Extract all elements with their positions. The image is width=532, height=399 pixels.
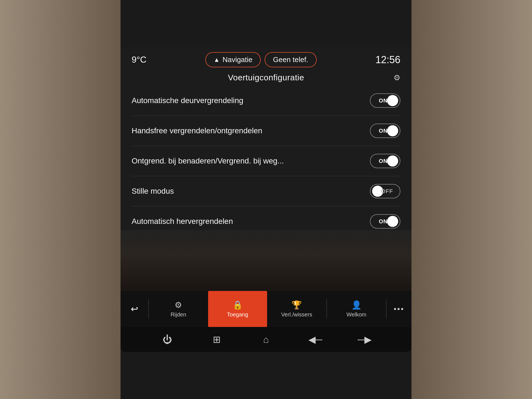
setting-auto-relock: Automatisch hervergrendelen ON xyxy=(132,206,400,230)
toggle-handsfree-knob xyxy=(387,125,398,136)
page-title: Voertuigconfiguratie xyxy=(228,73,304,82)
power-button[interactable]: ⏻ xyxy=(158,330,177,349)
toggle-handsfree-state: ON xyxy=(379,128,388,134)
system-bar: ⏻ ⊞ ⌂ ◀─ ─▶ xyxy=(121,327,411,352)
setting-handsfree-label: Handsfree vergrendelen/ontgrendelen xyxy=(132,126,262,135)
toggle-auto-relock[interactable]: ON xyxy=(370,214,400,229)
phone-button[interactable]: Geen telef. xyxy=(265,52,316,67)
nav-arrow-icon: ▲ xyxy=(214,56,220,63)
navigation-button[interactable]: ▲ Navigatie xyxy=(205,52,261,67)
toegang-label: Toegang xyxy=(227,311,248,318)
phone-button-label: Geen telef. xyxy=(273,55,308,64)
grid-icon: ⊞ xyxy=(213,334,221,345)
setting-auto-lock-label: Automatische deurvergrendeling xyxy=(132,96,243,105)
vol-up-button[interactable]: ─▶ xyxy=(355,330,374,349)
nav-buttons-group: ▲ Navigatie Geen telef. xyxy=(205,52,316,67)
setting-silent-label: Stille modus xyxy=(132,187,174,196)
setting-silent: Stille modus OFF xyxy=(132,176,400,206)
more-button[interactable]: ••• xyxy=(387,291,411,327)
home-button[interactable]: ⌂ xyxy=(256,330,276,349)
setting-auto-lock: Automatische deurvergrendeling ON xyxy=(132,86,400,116)
rijden-label: Rijden xyxy=(170,311,186,318)
toggle-auto-lock-state: ON xyxy=(379,98,388,104)
setting-handsfree: Handsfree vergrendelen/ontgrendelen ON xyxy=(132,116,400,146)
welkom-label: Welkom xyxy=(346,311,366,318)
toggle-proximity[interactable]: ON xyxy=(370,154,400,168)
navigation-button-label: Navigatie xyxy=(222,55,252,64)
home-icon: ⌂ xyxy=(263,334,269,345)
welkom-icon: 👤 xyxy=(351,300,362,310)
back-button[interactable]: ↩ xyxy=(121,291,148,327)
status-bar: 9°C ▲ Navigatie Geen telef. 12:56 xyxy=(121,47,411,70)
grid-button[interactable]: ⊞ xyxy=(207,330,226,349)
left-interior-panel xyxy=(0,0,121,399)
verl-wissers-icon: 🏆 xyxy=(291,300,302,310)
tab-toegang[interactable]: 🔒 Toegang xyxy=(208,291,267,327)
page-title-bar: Voertuigconfiguratie ⚙ xyxy=(121,70,411,86)
tab-verl-wissers[interactable]: 🏆 Verl./wissers xyxy=(267,291,326,327)
verl-wissers-label: Verl./wissers xyxy=(281,311,312,318)
setting-proximity: Ontgrend. bij benaderen/Vergrend. bij we… xyxy=(132,146,400,176)
toggle-silent[interactable]: OFF xyxy=(370,184,400,198)
toggle-auto-relock-knob xyxy=(387,216,398,227)
tab-welkom[interactable]: 👤 Welkom xyxy=(327,291,386,327)
settings-list: Automatische deurvergrendeling ON Handsf… xyxy=(121,86,411,230)
toggle-silent-state: OFF xyxy=(381,188,393,195)
config-icon[interactable]: ⚙ xyxy=(393,73,400,82)
right-interior-panel xyxy=(411,0,532,399)
toggle-auto-lock[interactable]: ON xyxy=(370,93,400,108)
vol-down-button[interactable]: ◀─ xyxy=(306,330,325,349)
vol-down-icon: ◀─ xyxy=(308,334,322,345)
clock-display: 12:56 xyxy=(375,54,400,66)
toegang-icon: 🔒 xyxy=(232,300,243,310)
toggle-handsfree[interactable]: ON xyxy=(370,124,400,138)
power-icon: ⏻ xyxy=(163,334,172,345)
setting-proximity-label: Ontgrend. bij benaderen/Vergrend. bij we… xyxy=(132,157,284,165)
setting-auto-relock-label: Automatisch hervergrendelen xyxy=(132,217,233,226)
toggle-proximity-state: ON xyxy=(379,158,388,164)
toggle-proximity-knob xyxy=(387,155,398,167)
reflection-area xyxy=(121,230,411,291)
bottom-nav: ↩ ⚙ Rijden 🔒 Toegang 🏆 Verl./wissers 👤 W… xyxy=(121,291,411,327)
tab-rijden[interactable]: ⚙ Rijden xyxy=(149,291,208,327)
vol-up-icon: ─▶ xyxy=(358,334,372,345)
back-icon: ↩ xyxy=(131,304,138,314)
more-icon: ••• xyxy=(394,305,404,313)
toggle-auto-lock-knob xyxy=(387,95,398,106)
rijden-icon: ⚙ xyxy=(175,300,182,310)
temperature-display: 9°C xyxy=(132,55,147,65)
toggle-auto-relock-state: ON xyxy=(379,218,388,225)
main-screen: 9°C ▲ Navigatie Geen telef. 12:56 Voertu… xyxy=(121,47,411,352)
